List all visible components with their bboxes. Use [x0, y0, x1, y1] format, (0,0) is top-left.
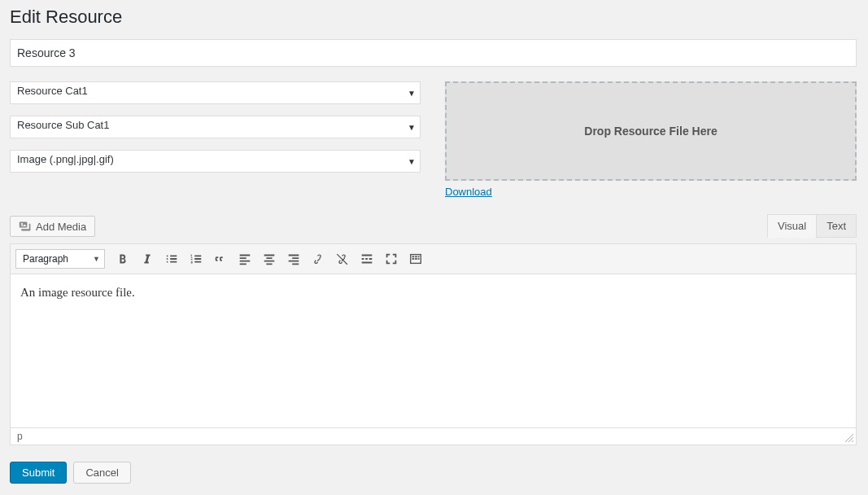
format-select[interactable]: Paragraph ▼: [15, 249, 105, 269]
align-left-icon: [238, 252, 252, 266]
resize-handle-icon[interactable]: [844, 433, 854, 443]
filetype-select[interactable]: Image (.png|.jpg|.gif) ▼: [10, 150, 421, 173]
download-link[interactable]: Download: [445, 186, 492, 198]
fullscreen-icon: [384, 252, 399, 266]
bold-button[interactable]: [111, 248, 134, 270]
quote-icon: [213, 252, 228, 266]
editor-content[interactable]: An image resource file.: [10, 274, 857, 428]
align-right-icon: [286, 252, 301, 266]
unlink-button[interactable]: [331, 248, 354, 270]
editor-toolbar: Paragraph ▼: [10, 243, 857, 274]
align-center-button[interactable]: [258, 248, 281, 270]
svg-rect-1: [412, 256, 415, 257]
format-select-value: Paragraph: [15, 249, 105, 269]
link-button[interactable]: [307, 248, 329, 270]
subcategory-select-value: Resource Sub Cat1: [10, 116, 421, 138]
page-title: Edit Resource: [10, 7, 857, 28]
bold-icon: [116, 252, 130, 266]
blockquote-button[interactable]: [209, 248, 232, 270]
filetype-select-value: Image (.png|.jpg|.gif): [10, 150, 421, 173]
unlink-icon: [335, 252, 350, 266]
category-select-value: Resource Cat1: [10, 81, 421, 104]
toolbar-toggle-icon: [408, 252, 423, 266]
align-right-button[interactable]: [282, 248, 305, 270]
svg-rect-3: [418, 256, 420, 257]
submit-button[interactable]: Submit: [10, 462, 67, 484]
italic-button[interactable]: [136, 248, 159, 270]
dropzone-label: Drop Resource File Here: [584, 125, 717, 138]
fullscreen-button[interactable]: [380, 248, 403, 270]
read-more-button[interactable]: [355, 248, 378, 270]
subcategory-select[interactable]: Resource Sub Cat1 ▼: [10, 116, 421, 138]
add-media-button[interactable]: Add Media: [10, 216, 95, 237]
numbered-list-button[interactable]: [185, 248, 207, 270]
bullet-list-button[interactable]: [160, 248, 183, 270]
category-select[interactable]: Resource Cat1 ▼: [10, 81, 421, 104]
add-media-label: Add Media: [36, 221, 86, 233]
tab-visual[interactable]: Visual: [767, 214, 817, 238]
bullet-list-icon: [164, 252, 179, 266]
link-icon: [311, 252, 325, 266]
svg-rect-6: [418, 258, 420, 260]
numbered-list-icon: [189, 252, 203, 266]
svg-rect-5: [415, 258, 417, 260]
element-path: p: [17, 431, 23, 442]
align-left-button[interactable]: [233, 248, 256, 270]
svg-rect-4: [412, 258, 415, 260]
editor-status-bar: p: [10, 428, 857, 445]
tab-text[interactable]: Text: [816, 214, 857, 238]
read-more-icon: [360, 252, 374, 266]
italic-icon: [140, 252, 155, 266]
toolbar-toggle-button[interactable]: [404, 248, 427, 270]
align-center-icon: [262, 252, 277, 266]
media-icon: [19, 220, 32, 233]
svg-rect-2: [415, 256, 417, 257]
resource-title-input[interactable]: [10, 39, 857, 67]
cancel-button[interactable]: Cancel: [73, 462, 130, 484]
file-dropzone[interactable]: Drop Resource File Here: [445, 81, 857, 181]
